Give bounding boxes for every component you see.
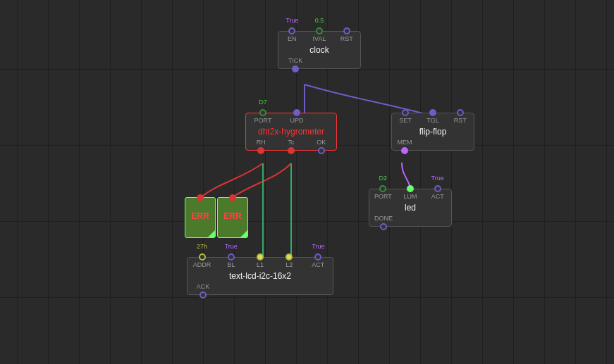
node-flip-flop[interactable]: SET TGL RST flip-flop MEM xyxy=(391,113,474,151)
pin-label: Tc xyxy=(288,139,294,146)
pin-label: PORT xyxy=(374,194,392,200)
pin-dot[interactable] xyxy=(199,291,207,299)
node-clock-outputs: TICK xyxy=(278,58,360,73)
pin-dot[interactable] xyxy=(257,253,264,261)
pin-value: True xyxy=(431,175,444,182)
pin-lcd-ack[interactable]: ACK xyxy=(193,284,213,299)
node-title: dht2x-hygrometer xyxy=(246,124,336,139)
pin-lcd-addr[interactable]: 27h ADDR xyxy=(192,253,212,268)
pin-dot[interactable] xyxy=(434,185,441,192)
pin-dht-rh[interactable]: RH xyxy=(251,139,271,154)
node-clock-inputs: True EN 0.5 IVAL RST xyxy=(278,27,360,42)
pin-dot[interactable] xyxy=(293,109,300,116)
pin-dot[interactable] xyxy=(288,27,295,34)
pin-label: BL xyxy=(227,262,235,268)
pin-dht-tc[interactable]: Tc xyxy=(281,139,301,154)
pin-dot[interactable] xyxy=(199,253,206,261)
pin-dot[interactable] xyxy=(257,147,264,154)
pin-dht-upd[interactable]: UPD xyxy=(287,109,307,124)
pin-label: LUM xyxy=(403,194,417,200)
pin-dot[interactable] xyxy=(429,109,436,116)
patch-canvas[interactable]: True EN 0.5 IVAL RST clock TICK xyxy=(0,0,614,364)
pin-label: TGL xyxy=(426,118,439,124)
pin-dot[interactable] xyxy=(316,27,323,34)
node-flipflop-inputs: SET TGL RST xyxy=(392,109,474,124)
pin-dot[interactable] xyxy=(402,109,409,116)
pin-dot[interactable] xyxy=(292,65,299,73)
pin-label: RST xyxy=(340,36,353,42)
watch-label: ERR xyxy=(191,211,209,221)
node-text-lcd-i2c-16x2[interactable]: 27h ADDR True BL L1 L2 True ACT xyxy=(187,257,333,295)
pin-clock-ival[interactable]: 0.5 IVAL xyxy=(309,27,329,42)
pin-clock-rst[interactable]: RST xyxy=(337,27,357,42)
pin-value: 0.5 xyxy=(315,18,324,24)
pin-label: MEM xyxy=(398,139,412,146)
pin-label: OK xyxy=(317,139,326,146)
pin-label: SET xyxy=(400,118,412,124)
pin-lcd-act[interactable]: True ACT xyxy=(308,253,328,268)
pin-dot[interactable] xyxy=(229,194,236,201)
pin-flipflop-tgl[interactable]: TGL xyxy=(423,109,443,124)
pin-label: L1 xyxy=(257,262,264,268)
pin-label: TICK xyxy=(288,58,303,64)
pin-dot[interactable] xyxy=(401,147,408,154)
pin-label: ACT xyxy=(312,262,324,268)
pin-value: True xyxy=(312,244,324,250)
corner-icon xyxy=(208,230,215,237)
node-lcd-outputs: ACK xyxy=(188,284,333,299)
pin-flipflop-set[interactable]: SET xyxy=(395,109,415,124)
node-clock[interactable]: True EN 0.5 IVAL RST clock TICK xyxy=(278,31,361,69)
pin-value: True xyxy=(285,18,298,24)
pin-dot[interactable] xyxy=(407,185,414,192)
pin-label: ACT xyxy=(431,194,444,200)
pin-dht-port[interactable]: D7 PORT xyxy=(253,109,273,124)
pin-label: IVAL xyxy=(313,36,326,42)
pin-dot[interactable] xyxy=(379,185,386,192)
pin-dot[interactable] xyxy=(285,253,293,261)
node-title: flip-flop xyxy=(392,124,474,139)
pin-flipflop-mem[interactable]: MEM xyxy=(395,139,415,154)
pin-dot[interactable] xyxy=(228,253,235,261)
pin-label: ACK xyxy=(197,284,210,290)
node-dht2x-hygrometer[interactable]: D7 PORT UPD dht2x-hygrometer RH Tc OK xyxy=(245,113,337,151)
pin-clock-en[interactable]: True EN xyxy=(282,27,302,42)
node-led-outputs: DONE xyxy=(369,215,451,230)
node-led[interactable]: D2 PORT LUM True ACT led DONE xyxy=(369,189,452,227)
pin-dot[interactable] xyxy=(380,223,387,230)
node-lcd-inputs: 27h ADDR True BL L1 L2 True ACT xyxy=(188,253,333,268)
pin-lcd-l2[interactable]: L2 xyxy=(279,253,299,268)
watch-label: ERR xyxy=(223,211,241,221)
pin-dot[interactable] xyxy=(457,109,464,116)
pin-led-act[interactable]: True ACT xyxy=(428,185,448,200)
pin-value: D7 xyxy=(259,99,267,106)
pin-dht-ok[interactable]: OK xyxy=(312,139,331,154)
pin-label: L2 xyxy=(285,262,293,268)
watch-node-err-2[interactable]: ERR xyxy=(217,197,248,238)
watch-node-err-1[interactable]: ERR xyxy=(185,197,216,238)
pin-lcd-l1[interactable]: L1 xyxy=(250,253,270,268)
pin-label: EN xyxy=(288,36,297,42)
node-title: text-lcd-i2c-16x2 xyxy=(188,268,333,284)
pin-dot[interactable] xyxy=(259,109,266,116)
pin-lcd-bl[interactable]: True BL xyxy=(221,253,241,268)
pin-flipflop-rst[interactable]: RST xyxy=(450,109,470,124)
pin-dot[interactable] xyxy=(343,27,350,34)
pin-led-port[interactable]: D2 PORT xyxy=(373,185,393,200)
node-dht-outputs: RH Tc OK xyxy=(246,139,336,154)
pin-dot[interactable] xyxy=(314,253,321,261)
corner-icon xyxy=(240,230,247,237)
pin-label: DONE xyxy=(374,215,393,222)
pin-led-lum[interactable]: LUM xyxy=(400,185,420,200)
pin-dot[interactable] xyxy=(197,194,204,201)
pin-label: PORT xyxy=(254,118,272,124)
pin-dot[interactable] xyxy=(318,147,325,154)
pin-led-done[interactable]: DONE xyxy=(374,215,393,230)
pin-label: UPD xyxy=(290,118,303,124)
pin-value: 27h xyxy=(197,244,207,250)
pin-label: ADDR xyxy=(193,262,211,268)
pin-dot[interactable] xyxy=(288,147,295,154)
pin-value: True xyxy=(225,244,238,250)
pin-clock-tick[interactable]: TICK xyxy=(285,58,305,73)
node-led-inputs: D2 PORT LUM True ACT xyxy=(369,185,451,200)
node-title: led xyxy=(369,200,451,215)
